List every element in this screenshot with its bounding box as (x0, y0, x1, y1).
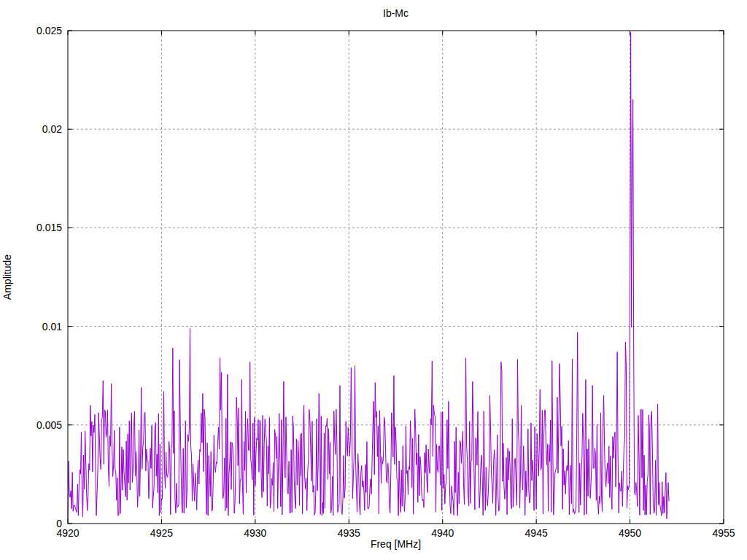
data-series-line (68, 33, 669, 519)
x-axis-label: Freq [MHz] (68, 538, 724, 550)
x-tick-label: 4925 (150, 527, 173, 539)
chart-container: Ib-Mc Amplitude Freq [MHz] 4920492549304… (0, 0, 747, 560)
y-tick-label: 0.01 (42, 321, 62, 332)
x-tick-label: 4935 (338, 527, 360, 539)
x-tick-label: 4950 (619, 527, 641, 539)
chart-title: Ib-Mc (68, 7, 724, 19)
y-tick-label: 0 (56, 518, 62, 529)
x-tick-label: 4930 (244, 527, 266, 539)
y-tick-label: 0.02 (42, 123, 62, 135)
x-tick-label: 4940 (431, 527, 454, 539)
y-tick-label: 0.015 (36, 222, 62, 233)
plot-svg: 4920492549304935494049454950495500.0050.… (0, 0, 747, 560)
y-tick-label: 0.025 (36, 25, 62, 36)
y-tick-label: 0.005 (36, 419, 62, 431)
x-tick-label: 4945 (525, 527, 548, 539)
plot-border (68, 31, 724, 524)
y-axis-label: Amplitude (1, 233, 15, 321)
x-tick-label: 4955 (712, 527, 735, 539)
